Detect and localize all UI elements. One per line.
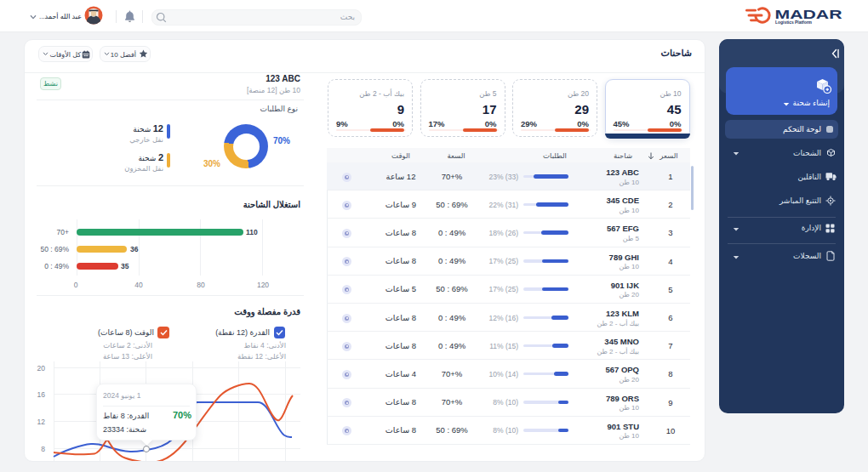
svg-text:Logistics Platform: Logistics Platform: [775, 20, 812, 25]
